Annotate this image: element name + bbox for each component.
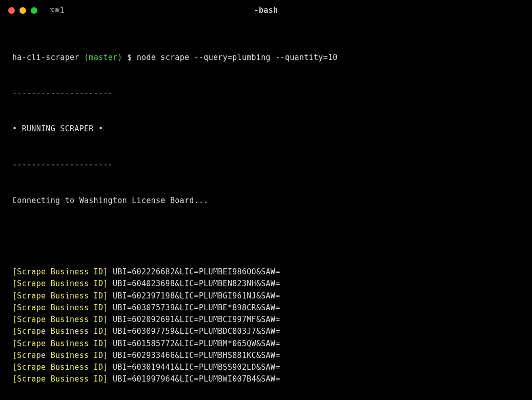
scrape-line: [Scrape Business ID] UBI=603019441&LIC=P…: [12, 362, 520, 373]
scrape-value: UBI=601997964&LIC=PLUMBWI007B4&SAW=: [108, 374, 280, 384]
scrape-value: UBI=603097759&LIC=PLUMBDC803J7&SAW=: [108, 327, 280, 336]
minimize-icon[interactable]: [19, 7, 26, 14]
banner-line: • RUNNING SCRAPER •: [12, 123, 520, 135]
scrape-value: UBI=601585772&LIC=PLUMBM*065QW&SAW=: [108, 339, 280, 348]
scrape-line: [Scrape Business ID] UBI=602092691&LIC=P…: [12, 314, 520, 326]
scrape-tag: [Scrape Business ID]: [12, 363, 108, 372]
scrape-line: [Scrape Business ID] UBI=603097759&LIC=P…: [12, 326, 520, 337]
terminal[interactable]: ha-cli-scraper (master) $ node scrape --…: [0, 21, 532, 400]
scrape-tag: [Scrape Business ID]: [12, 327, 108, 336]
scrape-tag: [Scrape Business ID]: [12, 374, 108, 384]
scrape-tag: [Scrape Business ID]: [12, 339, 108, 348]
maximize-icon[interactable]: [31, 7, 37, 14]
scrape-value: UBI=603019441&LIC=PLUMBSS902LD&SAW=: [108, 363, 280, 372]
scrape-line: [Scrape Business ID] UBI=601997964&LIC=P…: [12, 373, 520, 385]
connecting-line: Connecting to Washington License Board..…: [12, 195, 520, 207]
prompt-dir: ha-cli-scraper: [12, 53, 79, 62]
tab-indicator: ⌥⌘1: [50, 6, 65, 15]
scrape-value: UBI=602226682&LIC=PLUMBEI986OO&SAW=: [108, 267, 280, 276]
traffic-lights: [8, 7, 37, 14]
scrape-value: UBI=603075739&LIC=PLUMBE*898CR&SAW=: [108, 303, 280, 312]
close-icon[interactable]: [8, 7, 15, 14]
scrape-value: UBI=602933466&LIC=PLUMBHS881KC&SAW=: [108, 351, 280, 360]
scrape-tag: [Scrape Business ID]: [12, 303, 108, 312]
scrape-tag: [Scrape Business ID]: [12, 279, 108, 288]
scrape-line: [Scrape Business ID] UBI=604023698&LIC=P…: [12, 278, 520, 290]
divider-line: ---------------------: [12, 87, 520, 99]
window-title: -bash: [254, 6, 278, 15]
scrape-line: [Scrape Business ID] UBI=602933466&LIC=P…: [12, 350, 520, 362]
prompt-symbol: $: [127, 53, 132, 62]
scrape-value: UBI=604023698&LIC=PLUMBEN823NH&SAW=: [108, 279, 280, 288]
command-text: node scrape --query=plumbing --quantity=…: [137, 53, 338, 62]
title-bar: ⌥⌘1 -bash: [0, 0, 532, 21]
scrape-value: UBI=602397198&LIC=PLUMBGI961NJ&SAW=: [108, 291, 280, 301]
scrape-line: [Scrape Business ID] UBI=601585772&LIC=P…: [12, 338, 520, 350]
scrape-line: [Scrape Business ID] UBI=602226682&LIC=P…: [12, 266, 520, 278]
scrape-tag: [Scrape Business ID]: [12, 291, 108, 301]
prompt-branch: (master): [84, 53, 122, 62]
scrape-tag: [Scrape Business ID]: [12, 267, 108, 276]
scrape-line: [Scrape Business ID] UBI=602397198&LIC=P…: [12, 290, 520, 302]
scrape-line: [Scrape Business ID] UBI=603075739&LIC=P…: [12, 302, 520, 314]
prompt-line: ha-cli-scraper (master) $ node scrape --…: [12, 52, 520, 64]
divider-line: ---------------------: [12, 159, 520, 171]
scrape-tag: [Scrape Business ID]: [12, 351, 108, 360]
scrape-tag: [Scrape Business ID]: [12, 315, 108, 324]
scrape-value: UBI=602092691&LIC=PLUMBCI997MF&SAW=: [108, 315, 280, 324]
blank-line: [12, 230, 520, 242]
